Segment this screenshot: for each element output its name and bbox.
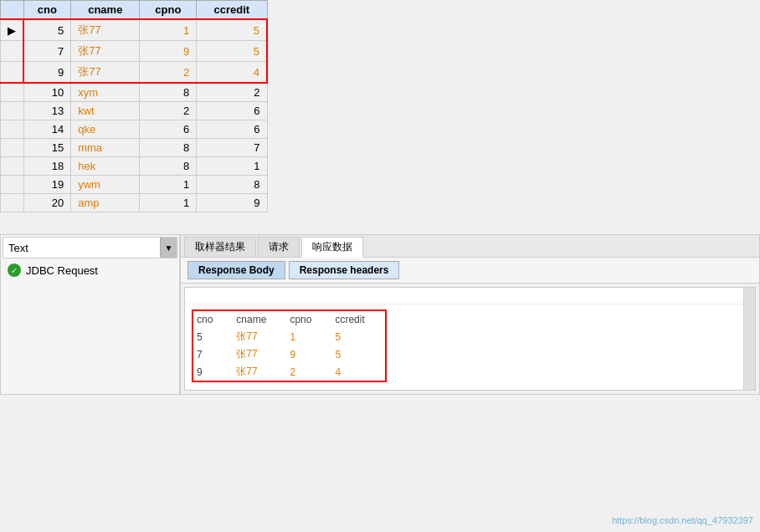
text-dropdown[interactable]: Text ▼	[3, 237, 177, 258]
response-row: 9张7724	[193, 363, 385, 381]
resp-cell-cname: 张77	[233, 363, 286, 381]
cell-cno: 10	[23, 83, 71, 102]
arrow-cell	[1, 120, 24, 139]
cell-cpno: 9	[140, 41, 197, 62]
arrow-header	[1, 1, 24, 20]
cell-cpno: 8	[140, 157, 197, 176]
col-ccredit: ccredit	[197, 1, 267, 20]
cell-cname: qke	[71, 120, 140, 139]
left-sidebar: Text ▼ ✓ JDBC Request	[0, 234, 180, 395]
main-data-table: cno cname cpno ccredit ▶5张77157张77959张77…	[0, 0, 268, 212]
cell-cno: 20	[23, 194, 71, 212]
cell-cpno: 1	[140, 19, 197, 41]
resp-cell-cno: 9	[193, 363, 233, 381]
sidebar-item-label: JDBC Request	[26, 264, 98, 277]
table-row: 19ywm18	[1, 176, 268, 194]
resp-cell-cpno: 2	[286, 363, 331, 381]
resp-col-ccredit: ccredit	[331, 311, 384, 328]
right-panel: 取样器结果 请求 响应数据 Response Body Response hea…	[180, 234, 760, 395]
arrow-cell	[1, 41, 24, 62]
cell-cpno: 8	[140, 139, 197, 157]
cell-cpno: 2	[140, 62, 197, 84]
arrow-cell	[1, 102, 24, 120]
cell-cno: 13	[23, 102, 71, 120]
resp-cell-cno: 7	[193, 345, 233, 363]
cell-cpno: 2	[140, 102, 197, 120]
cell-ccredit: 5	[197, 19, 267, 41]
cell-ccredit: 6	[197, 120, 267, 139]
resp-cell-cpno: 1	[286, 328, 331, 345]
table-row: 9张7724	[1, 62, 268, 84]
cell-cname: amp	[71, 194, 140, 212]
arrow-cell: ▶	[1, 19, 24, 41]
cell-cno: 5	[23, 19, 71, 41]
cell-ccredit: 7	[197, 139, 267, 157]
success-icon: ✓	[8, 263, 21, 277]
text-dropdown-label: Text	[3, 242, 160, 254]
cell-cname: 张77	[71, 62, 140, 84]
resp-cell-ccredit: 5	[331, 328, 384, 345]
cell-ccredit: 5	[197, 41, 267, 62]
cell-cno: 9	[23, 62, 71, 84]
resp-col-cpno: cpno	[286, 311, 331, 328]
response-row: 7张7795	[193, 345, 385, 363]
response-content: cnocnamecpnoccredit 5张77157张77959张7724	[185, 304, 755, 390]
response-area: cnocnamecpnoccredit 5张77157张77959张7724	[184, 287, 756, 391]
watermark: https://blog.csdn.net/qq_47932397	[612, 515, 753, 525]
table-row: 20amp19	[1, 194, 268, 212]
response-highlight-box: cnocnamecpnoccredit 5张77157张77959张7724	[192, 309, 387, 382]
table-row: 7张7795	[1, 41, 268, 62]
cell-ccredit: 2	[197, 83, 267, 102]
dropdown-arrow-icon[interactable]: ▼	[160, 238, 177, 258]
arrow-cell	[1, 194, 24, 212]
tab-sampler-result[interactable]: 取样器结果	[184, 237, 256, 257]
sub-tab-response-headers[interactable]: Response headers	[289, 261, 400, 279]
cell-cpno: 6	[140, 120, 197, 139]
cell-cpno: 8	[140, 83, 197, 102]
table-row: 13kwt26	[1, 102, 268, 120]
resp-col-cno: cno	[193, 311, 233, 328]
vertical-scrollbar[interactable]	[743, 288, 755, 390]
cell-ccredit: 4	[197, 62, 267, 84]
arrow-cell	[1, 83, 24, 102]
cell-ccredit: 1	[197, 157, 267, 176]
sub-tabs-row: Response Body Response headers	[181, 258, 759, 284]
cell-cname: 张77	[71, 41, 140, 62]
resp-col-cname: cname	[233, 311, 286, 328]
cell-cname: 张77	[71, 19, 140, 41]
cell-ccredit: 6	[197, 102, 267, 120]
tab-response-data[interactable]: 响应数据	[301, 237, 363, 258]
bottom-panel: Text ▼ ✓ JDBC Request 取样器结果 请求 响应数据 Resp…	[0, 234, 760, 395]
table-row: 18hek81	[1, 157, 268, 176]
cell-ccredit: 9	[197, 194, 267, 212]
cell-cno: 7	[23, 41, 71, 62]
tabs-row: 取样器结果 请求 响应数据	[181, 235, 759, 258]
cell-cname: ywm	[71, 176, 140, 194]
cell-cno: 19	[23, 176, 71, 194]
resp-cell-ccredit: 5	[331, 345, 384, 363]
cell-ccredit: 8	[197, 176, 267, 194]
table-row: 10xym82	[1, 83, 268, 102]
cell-cno: 14	[23, 120, 71, 139]
resp-cell-cname: 张77	[233, 345, 286, 363]
tab-request[interactable]: 请求	[258, 237, 300, 257]
top-table-area: cno cname cpno ccredit ▶5张77157张77959张77…	[0, 0, 268, 212]
resp-cell-ccredit: 4	[331, 363, 384, 381]
cell-cname: hek	[71, 157, 140, 176]
col-cno: cno	[23, 1, 71, 20]
cell-cpno: 1	[140, 176, 197, 194]
cell-cpno: 1	[140, 194, 197, 212]
resp-cell-cname: 张77	[233, 328, 286, 345]
table-row: 14qke66	[1, 120, 268, 139]
arrow-cell	[1, 176, 24, 194]
resp-cell-cno: 5	[193, 328, 233, 345]
table-row: 15mma87	[1, 139, 268, 157]
response-data-table: cnocnamecpnoccredit 5张77157张77959张7724	[193, 311, 385, 381]
cell-cname: mma	[71, 139, 140, 157]
sidebar-item-jdbc[interactable]: ✓ JDBC Request	[1, 260, 179, 280]
sub-tab-response-body[interactable]: Response Body	[187, 261, 285, 279]
arrow-cell	[1, 157, 24, 176]
col-cpno: cpno	[140, 1, 197, 20]
arrow-cell	[1, 139, 24, 157]
cell-cname: xym	[71, 83, 140, 102]
